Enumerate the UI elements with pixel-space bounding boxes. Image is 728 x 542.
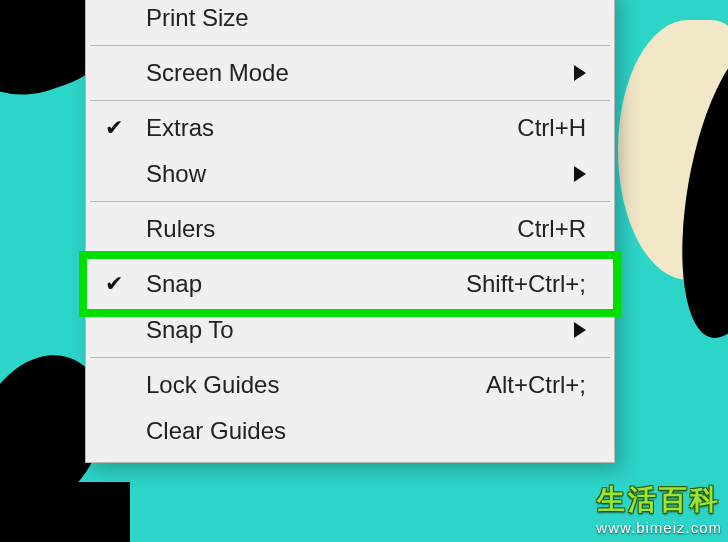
bg-shape (0, 482, 130, 542)
menu-item-shortcut: Alt+Ctrl+; (486, 371, 592, 399)
check-icon: ✔ (100, 271, 128, 297)
menu-item-label: Rulers (128, 215, 215, 243)
menu-separator (90, 201, 610, 202)
menu-item-show[interactable]: Show (86, 151, 614, 197)
menu-item-lock-guides[interactable]: Lock GuidesAlt+Ctrl+; (86, 362, 614, 408)
menu-separator (90, 256, 610, 257)
menu-item-label: Snap (128, 270, 202, 298)
svg-marker-1 (574, 166, 586, 182)
menu-item-print-size[interactable]: Print Size (86, 0, 614, 41)
canvas-background: Print SizeScreen Mode✔ExtrasCtrl+HShowRu… (0, 0, 728, 542)
context-menu: Print SizeScreen Mode✔ExtrasCtrl+HShowRu… (85, 0, 615, 463)
menu-separator (90, 100, 610, 101)
menu-item-label: Print Size (128, 4, 249, 32)
menu-item-extras[interactable]: ✔ExtrasCtrl+H (86, 105, 614, 151)
submenu-arrow-icon (574, 65, 592, 81)
menu-item-clear-guides[interactable]: Clear Guides (86, 408, 614, 454)
svg-marker-0 (574, 65, 586, 81)
menu-item-label: Snap To (128, 316, 234, 344)
watermark: 生活百科 www.bimeiz.com (596, 481, 722, 536)
menu-item-screen-mode[interactable]: Screen Mode (86, 50, 614, 96)
svg-marker-2 (574, 322, 586, 338)
menu-item-snap-to[interactable]: Snap To (86, 307, 614, 353)
menu-item-label: Extras (128, 114, 214, 142)
menu-item-shortcut: Ctrl+R (517, 215, 592, 243)
watermark-url: www.bimeiz.com (596, 519, 722, 536)
menu-item-shortcut: Shift+Ctrl+; (466, 270, 592, 298)
watermark-title: 生活百科 (596, 481, 722, 519)
menu-item-shortcut: Ctrl+H (517, 114, 592, 142)
menu-separator (90, 357, 610, 358)
menu-item-snap[interactable]: ✔SnapShift+Ctrl+; (86, 261, 614, 307)
menu-separator (90, 45, 610, 46)
check-icon: ✔ (100, 115, 128, 141)
menu-item-label: Clear Guides (128, 417, 286, 445)
submenu-arrow-icon (574, 166, 592, 182)
menu-item-label: Lock Guides (128, 371, 279, 399)
menu-item-label: Show (128, 160, 206, 188)
submenu-arrow-icon (574, 322, 592, 338)
menu-item-rulers[interactable]: RulersCtrl+R (86, 206, 614, 252)
menu-item-label: Screen Mode (128, 59, 289, 87)
